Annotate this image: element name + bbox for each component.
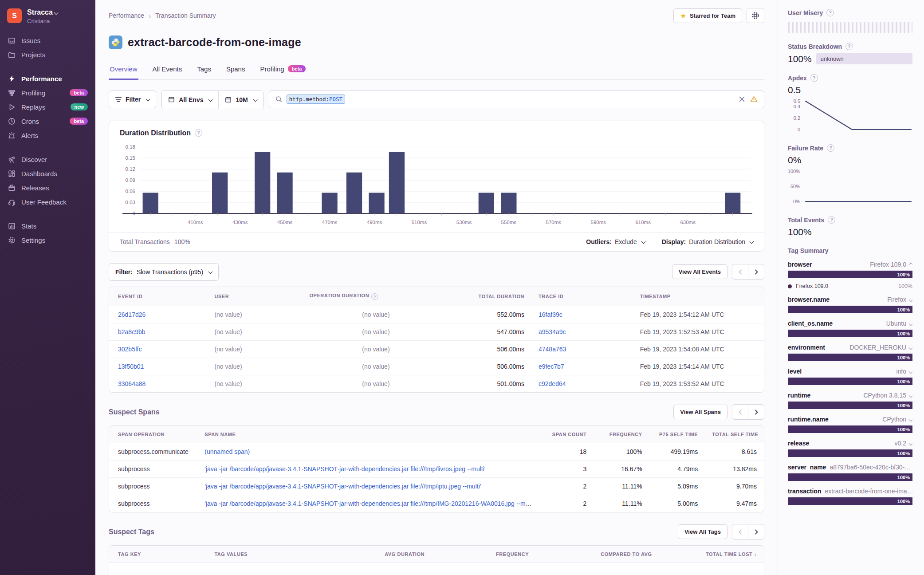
- previous-page-button[interactable]: [732, 524, 748, 540]
- help-icon[interactable]: ?: [826, 9, 834, 16]
- event-id-link[interactable]: 302b5ffc: [118, 346, 142, 353]
- total-self-time-cell: 9.70ms: [705, 478, 764, 495]
- sidebar-item-profiling[interactable]: Profilingbeta: [0, 86, 95, 100]
- sidebar-item-alerts[interactable]: Alerts: [0, 128, 95, 142]
- previous-page-button[interactable]: [732, 404, 748, 420]
- span-name-link[interactable]: 'java -jar /barcode/app/javase-3.4.1-SNA…: [204, 465, 485, 473]
- tag-value-dropdown[interactable]: CPython: [882, 416, 912, 423]
- duration-distribution-chart[interactable]: 00.030.060.090.120.150.18410ms430ms450ms…: [109, 139, 764, 232]
- tag-value-dropdown[interactable]: a8797ba6-50ec-420c-bf30-…: [830, 464, 912, 471]
- sidebar-item-releases[interactable]: Releases: [0, 181, 95, 195]
- suspect-tags-toolbar: Suspect Tags View All Tags: [109, 524, 764, 540]
- org-switcher[interactable]: Stracca: [27, 8, 58, 16]
- sidebar-item-user-feedback[interactable]: User Feedback: [0, 195, 95, 209]
- tag-value-dropdown[interactable]: CPython 3.8.15: [863, 392, 912, 399]
- display-dropdown[interactable]: Display: Duration Distribution: [662, 238, 753, 245]
- tag-percentage-bar[interactable]: 100%: [788, 425, 912, 433]
- time-range-dropdown[interactable]: 10M: [218, 91, 263, 109]
- tab-profiling[interactable]: Profilingbeta: [259, 63, 307, 80]
- tab-tags[interactable]: Tags: [196, 63, 212, 80]
- total-duration-cell: 506.00ms: [450, 358, 532, 375]
- help-icon[interactable]: ?: [827, 144, 834, 152]
- trace-id-link[interactable]: e9fec7b7: [539, 363, 564, 370]
- tab-overview[interactable]: Overview: [109, 63, 138, 80]
- span-name-link[interactable]: (unnamed span): [204, 448, 250, 455]
- sidebar-item-projects[interactable]: Projects: [0, 47, 95, 62]
- tag-percentage-bar[interactable]: 100%: [788, 354, 912, 361]
- sidebar-item-replays[interactable]: Replaysnew: [0, 100, 95, 114]
- tag-value-dropdown[interactable]: Firefox: [887, 296, 912, 303]
- sidebar-item-settings[interactable]: Settings: [0, 233, 95, 247]
- trace-id-link[interactable]: a9534a9c: [539, 328, 566, 335]
- event-id-link[interactable]: b2a8c9bb: [118, 328, 145, 335]
- sidebar-item-performance[interactable]: Performance: [0, 71, 95, 86]
- view-all-spans-button[interactable]: View All Spans: [673, 405, 727, 419]
- help-icon[interactable]: ?: [828, 216, 835, 224]
- environment-dropdown[interactable]: All Envs: [162, 91, 218, 109]
- tag-percentage-bar[interactable]: 100%: [788, 449, 912, 457]
- tag-percentage-bar[interactable]: 100%: [788, 402, 912, 409]
- tab-label: Overview: [110, 65, 138, 73]
- help-icon[interactable]: ?: [810, 74, 818, 82]
- trace-id-link[interactable]: 16faf39c: [539, 311, 562, 318]
- tag-value-dropdown[interactable]: info: [896, 368, 912, 375]
- tag-percentage-bar[interactable]: 100%: [788, 473, 912, 481]
- sidebar-item-discover[interactable]: Discover: [0, 152, 95, 166]
- sidebar-item-dashboards[interactable]: Dashboards: [0, 166, 95, 181]
- chevron-up-icon: [909, 262, 912, 267]
- search-icon: [275, 96, 282, 102]
- help-icon[interactable]: ?: [371, 293, 378, 300]
- tag-percentage-bar[interactable]: 100%: [788, 497, 912, 505]
- trace-id-link[interactable]: 4748a763: [539, 346, 566, 353]
- next-page-button[interactable]: [748, 264, 764, 280]
- tab-label: Spans: [226, 65, 245, 73]
- span-name-link[interactable]: 'java -jar /barcode/app/javase-3.4.1-SNA…: [204, 500, 535, 507]
- svg-text:490ms: 490ms: [367, 220, 382, 225]
- tag-percentage-bar[interactable]: 100%: [788, 378, 912, 385]
- column-header: EVENT ID: [109, 287, 207, 306]
- tag-value-dropdown[interactable]: v0.2: [895, 440, 912, 447]
- tag-value-dropdown[interactable]: Ubuntu: [886, 320, 912, 327]
- help-icon[interactable]: ?: [195, 129, 202, 137]
- event-id-link[interactable]: 13f50b01: [118, 363, 144, 370]
- tab-all-events[interactable]: All Events: [152, 63, 183, 80]
- tag-value-dropdown[interactable]: extract-barcode-from-one-ima…: [825, 488, 912, 495]
- tag-row-environment: environment DOCKER_HEROKU 100%: [788, 344, 912, 361]
- search-token[interactable]: http.method:POST: [287, 95, 345, 104]
- tab-label: Profiling: [260, 65, 284, 73]
- previous-page-button[interactable]: [732, 264, 748, 280]
- view-all-events-button[interactable]: View All Events: [672, 264, 727, 279]
- tag-value-dropdown[interactable]: DOCKER_HEROKU: [849, 344, 912, 351]
- crons-icon: [8, 117, 16, 125]
- gear-icon: [751, 12, 759, 20]
- filter-dropdown[interactable]: Filter: [109, 91, 156, 108]
- starred-for-team-button[interactable]: ★Starred for Team: [673, 8, 742, 23]
- event-id-link[interactable]: 33064a88: [118, 380, 145, 387]
- org-avatar[interactable]: S: [7, 8, 22, 23]
- status-badge[interactable]: unknown: [816, 53, 912, 64]
- outliers-dropdown[interactable]: Outliers: Exclude: [586, 238, 645, 245]
- tag-value-dropdown[interactable]: Firefox 109.0: [870, 261, 912, 268]
- trace-id-link[interactable]: c92ded64: [539, 380, 566, 387]
- transactions-filter-dropdown[interactable]: Filter: Slow Transactions (p95): [109, 263, 219, 281]
- span-name-link[interactable]: 'java -jar /barcode/app/javase-3.4.1-SNA…: [204, 483, 481, 490]
- tab-spans[interactable]: Spans: [225, 63, 246, 80]
- column-header: TAG KEY: [109, 546, 207, 563]
- breadcrumb-performance[interactable]: Performance: [109, 12, 144, 19]
- sidebar-item-stats[interactable]: Stats: [0, 219, 95, 233]
- event-id-link[interactable]: 26d17d26: [118, 311, 145, 318]
- tag-percentage-bar[interactable]: 100%: [788, 330, 912, 337]
- settings-gear-button[interactable]: [747, 8, 764, 23]
- search-input[interactable]: http.method:POST: [269, 91, 764, 108]
- clear-search-icon[interactable]: [739, 96, 745, 102]
- tag-percentage-bar[interactable]: 100%: [788, 306, 912, 313]
- help-icon[interactable]: ?: [845, 43, 853, 50]
- sidebar-item-crons[interactable]: Cronsbeta: [0, 114, 95, 128]
- next-page-button[interactable]: [748, 524, 764, 540]
- tag-percentage-bar[interactable]: 100%: [788, 271, 912, 278]
- view-all-tags-button[interactable]: View All Tags: [678, 524, 727, 539]
- failure-rate-title: Failure Rate: [788, 145, 823, 152]
- svg-text:590ms: 590ms: [590, 220, 606, 225]
- next-page-button[interactable]: [748, 404, 764, 420]
- sidebar-item-issues[interactable]: Issues: [0, 33, 95, 47]
